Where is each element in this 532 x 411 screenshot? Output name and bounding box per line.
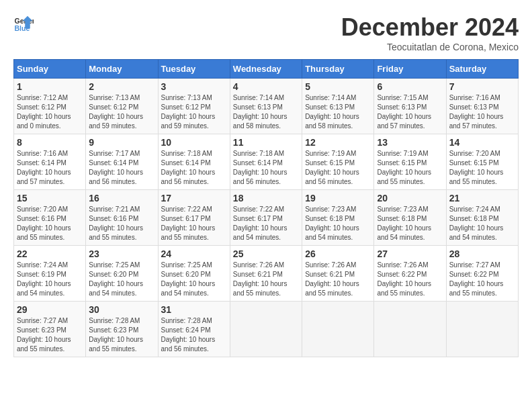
- day-detail: Sunrise: 7:19 AMSunset: 6:15 PMDaylight:…: [377, 149, 443, 187]
- day-detail: Sunrise: 7:26 AMSunset: 6:21 PMDaylight:…: [233, 261, 299, 298]
- day-number: 9: [89, 137, 154, 148]
- title-block: December 2024 Teocuitatlan de Corona, Me…: [341, 13, 519, 52]
- calendar-cell: [302, 302, 374, 357]
- day-number: 31: [161, 304, 227, 315]
- day-number: 29: [17, 304, 83, 315]
- day-number: 12: [305, 137, 371, 148]
- day-detail: Sunrise: 7:28 AMSunset: 6:24 PMDaylight:…: [161, 316, 227, 354]
- day-number: 10: [161, 137, 227, 148]
- calendar-cell: [446, 302, 518, 357]
- calendar-cell: 30Sunrise: 7:28 AMSunset: 6:23 PMDayligh…: [86, 302, 158, 357]
- day-number: 30: [89, 304, 154, 315]
- calendar-cell: 31Sunrise: 7:28 AMSunset: 6:24 PMDayligh…: [158, 302, 230, 357]
- calendar-cell: 19Sunrise: 7:23 AMSunset: 6:18 PMDayligh…: [302, 190, 374, 246]
- logo: General Blue: [13, 13, 34, 34]
- calendar-cell: 8Sunrise: 7:16 AMSunset: 6:14 PMDaylight…: [14, 134, 86, 190]
- day-number: 13: [377, 137, 443, 148]
- logo-icon: General Blue: [13, 13, 34, 34]
- day-number: 8: [17, 137, 83, 148]
- calendar-cell: 2Sunrise: 7:13 AMSunset: 6:12 PMDaylight…: [86, 79, 158, 134]
- day-detail: Sunrise: 7:12 AMSunset: 6:12 PMDaylight:…: [17, 93, 83, 131]
- day-number: 28: [449, 248, 515, 259]
- day-detail: Sunrise: 7:20 AMSunset: 6:16 PMDaylight:…: [17, 205, 83, 242]
- day-number: 16: [89, 193, 154, 203]
- day-number: 3: [161, 81, 227, 92]
- calendar-cell: 13Sunrise: 7:19 AMSunset: 6:15 PMDayligh…: [374, 134, 446, 190]
- calendar-cell: 3Sunrise: 7:13 AMSunset: 6:12 PMDaylight…: [158, 79, 230, 134]
- calendar-cell: 21Sunrise: 7:24 AMSunset: 6:18 PMDayligh…: [446, 190, 518, 246]
- day-number: 19: [305, 193, 371, 203]
- calendar-title: December 2024: [341, 13, 519, 42]
- day-number: 26: [305, 248, 371, 259]
- calendar-cell: 10Sunrise: 7:18 AMSunset: 6:14 PMDayligh…: [158, 134, 230, 190]
- calendar-cell: 12Sunrise: 7:19 AMSunset: 6:15 PMDayligh…: [302, 134, 374, 190]
- weekday-header-saturday: Saturday: [446, 60, 518, 79]
- weekday-header-wednesday: Wednesday: [230, 60, 302, 79]
- day-number: 24: [161, 248, 227, 259]
- day-detail: Sunrise: 7:25 AMSunset: 6:20 PMDaylight:…: [89, 261, 154, 298]
- calendar-week-row: 8Sunrise: 7:16 AMSunset: 6:14 PMDaylight…: [14, 134, 519, 190]
- page-header: General Blue December 2024 Teocuitatlan …: [13, 13, 519, 52]
- calendar-cell: 16Sunrise: 7:21 AMSunset: 6:16 PMDayligh…: [86, 190, 158, 246]
- day-number: 15: [17, 193, 83, 203]
- day-number: 11: [233, 137, 299, 148]
- calendar-cell: 6Sunrise: 7:15 AMSunset: 6:13 PMDaylight…: [374, 79, 446, 134]
- day-detail: Sunrise: 7:27 AMSunset: 6:23 PMDaylight:…: [17, 316, 83, 354]
- day-number: 14: [449, 137, 515, 148]
- calendar-cell: 14Sunrise: 7:20 AMSunset: 6:15 PMDayligh…: [446, 134, 518, 190]
- day-detail: Sunrise: 7:14 AMSunset: 6:13 PMDaylight:…: [233, 93, 299, 131]
- calendar-week-row: 29Sunrise: 7:27 AMSunset: 6:23 PMDayligh…: [14, 302, 519, 357]
- calendar-cell: 27Sunrise: 7:26 AMSunset: 6:22 PMDayligh…: [374, 246, 446, 302]
- calendar-cell: 28Sunrise: 7:27 AMSunset: 6:22 PMDayligh…: [446, 246, 518, 302]
- weekday-header-row: SundayMondayTuesdayWednesdayThursdayFrid…: [14, 60, 519, 79]
- weekday-header-tuesday: Tuesday: [158, 60, 230, 79]
- calendar-week-row: 15Sunrise: 7:20 AMSunset: 6:16 PMDayligh…: [14, 190, 519, 246]
- day-detail: Sunrise: 7:26 AMSunset: 6:22 PMDaylight:…: [377, 261, 443, 298]
- calendar-cell: 11Sunrise: 7:18 AMSunset: 6:14 PMDayligh…: [230, 134, 302, 190]
- day-detail: Sunrise: 7:23 AMSunset: 6:18 PMDaylight:…: [305, 205, 371, 242]
- day-detail: Sunrise: 7:21 AMSunset: 6:16 PMDaylight:…: [89, 205, 154, 242]
- day-detail: Sunrise: 7:22 AMSunset: 6:17 PMDaylight:…: [233, 205, 299, 242]
- calendar-cell: 15Sunrise: 7:20 AMSunset: 6:16 PMDayligh…: [14, 190, 86, 246]
- calendar-cell: 7Sunrise: 7:16 AMSunset: 6:13 PMDaylight…: [446, 79, 518, 134]
- weekday-header-friday: Friday: [374, 60, 446, 79]
- calendar-cell: 22Sunrise: 7:24 AMSunset: 6:19 PMDayligh…: [14, 246, 86, 302]
- day-detail: Sunrise: 7:24 AMSunset: 6:18 PMDaylight:…: [449, 205, 515, 242]
- day-detail: Sunrise: 7:18 AMSunset: 6:14 PMDaylight:…: [161, 149, 227, 187]
- day-detail: Sunrise: 7:28 AMSunset: 6:23 PMDaylight:…: [89, 316, 154, 354]
- day-number: 5: [305, 81, 371, 92]
- day-number: 7: [449, 81, 515, 92]
- day-detail: Sunrise: 7:27 AMSunset: 6:22 PMDaylight:…: [449, 261, 515, 298]
- calendar-cell: 29Sunrise: 7:27 AMSunset: 6:23 PMDayligh…: [14, 302, 86, 357]
- day-number: 25: [233, 248, 299, 259]
- day-detail: Sunrise: 7:17 AMSunset: 6:14 PMDaylight:…: [89, 149, 154, 187]
- day-number: 6: [377, 81, 443, 92]
- day-detail: Sunrise: 7:16 AMSunset: 6:13 PMDaylight:…: [449, 93, 515, 131]
- day-detail: Sunrise: 7:19 AMSunset: 6:15 PMDaylight:…: [305, 149, 371, 187]
- day-detail: Sunrise: 7:18 AMSunset: 6:14 PMDaylight:…: [233, 149, 299, 187]
- calendar-subtitle: Teocuitatlan de Corona, Mexico: [341, 42, 519, 52]
- calendar-cell: 17Sunrise: 7:22 AMSunset: 6:17 PMDayligh…: [158, 190, 230, 246]
- calendar-cell: 24Sunrise: 7:25 AMSunset: 6:20 PMDayligh…: [158, 246, 230, 302]
- calendar-cell: 20Sunrise: 7:23 AMSunset: 6:18 PMDayligh…: [374, 190, 446, 246]
- day-detail: Sunrise: 7:13 AMSunset: 6:12 PMDaylight:…: [89, 93, 154, 131]
- calendar-cell: 18Sunrise: 7:22 AMSunset: 6:17 PMDayligh…: [230, 190, 302, 246]
- day-detail: Sunrise: 7:24 AMSunset: 6:19 PMDaylight:…: [17, 261, 83, 298]
- calendar-cell: 1Sunrise: 7:12 AMSunset: 6:12 PMDaylight…: [14, 79, 86, 134]
- calendar-cell: 9Sunrise: 7:17 AMSunset: 6:14 PMDaylight…: [86, 134, 158, 190]
- day-detail: Sunrise: 7:20 AMSunset: 6:15 PMDaylight:…: [449, 149, 515, 187]
- day-number: 27: [377, 248, 443, 259]
- calendar-week-row: 22Sunrise: 7:24 AMSunset: 6:19 PMDayligh…: [14, 246, 519, 302]
- day-number: 4: [233, 81, 299, 92]
- weekday-header-thursday: Thursday: [302, 60, 374, 79]
- day-number: 22: [17, 248, 83, 259]
- day-detail: Sunrise: 7:22 AMSunset: 6:17 PMDaylight:…: [161, 205, 227, 242]
- weekday-header-sunday: Sunday: [14, 60, 86, 79]
- day-detail: Sunrise: 7:23 AMSunset: 6:18 PMDaylight:…: [377, 205, 443, 242]
- day-detail: Sunrise: 7:13 AMSunset: 6:12 PMDaylight:…: [161, 93, 227, 131]
- calendar-cell: 26Sunrise: 7:26 AMSunset: 6:21 PMDayligh…: [302, 246, 374, 302]
- day-detail: Sunrise: 7:14 AMSunset: 6:13 PMDaylight:…: [305, 93, 371, 131]
- day-number: 20: [377, 193, 443, 203]
- day-number: 17: [161, 193, 227, 203]
- day-number: 18: [233, 193, 299, 203]
